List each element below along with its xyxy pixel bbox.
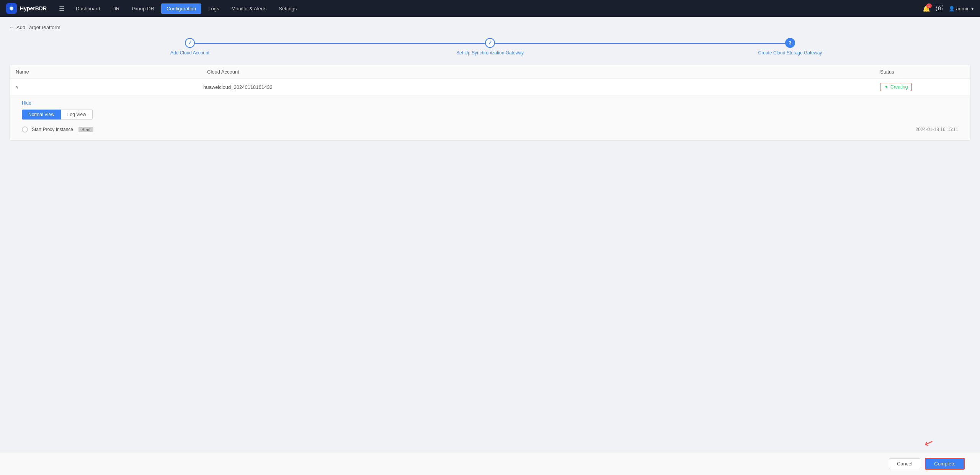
stepper-circle-3: 3 [785, 38, 795, 48]
status-creating-badge: ✦ Creating [880, 83, 912, 91]
stepper-step-3: 3 Create Cloud Storage Gateway [640, 38, 940, 56]
back-link[interactable]: ← Add Target Platform [9, 25, 971, 30]
app-name: HyperBDR [20, 5, 47, 11]
page-wrapper: ← Add Target Platform ✓ Add Cloud Accoun… [0, 17, 980, 475]
nav-group-dr[interactable]: Group DR [126, 3, 160, 14]
stepper-line-2 [495, 43, 785, 44]
stepper-line-1 [195, 43, 485, 44]
stepper-step-1: ✓ Add Cloud Account [40, 38, 340, 56]
nav-right: 🔔 1 🇦 👤 admin ▾ [923, 5, 974, 12]
app-logo: HyperBDR [6, 3, 47, 14]
logo-icon [6, 3, 17, 14]
stepper-label-1: Add Cloud Account [170, 50, 209, 56]
col-header-cloud: Cloud Account [207, 69, 880, 75]
progress-item-timestamp: 2024-01-18 16:15:11 [916, 127, 958, 132]
view-toggle: Normal View Log View [22, 110, 958, 120]
admin-menu[interactable]: 👤 admin ▾ [949, 6, 974, 11]
nav-monitor-alerts[interactable]: Monitor & Alerts [226, 3, 272, 14]
hamburger-menu[interactable]: ☰ [56, 3, 67, 14]
row-status-cell: ✦ Creating [880, 83, 964, 91]
row-name-cell: ∨ [16, 85, 203, 90]
complete-button[interactable]: Complete [925, 458, 965, 470]
normal-view-button[interactable]: Normal View [22, 110, 61, 120]
nav-icon-a[interactable]: 🇦 [936, 5, 942, 12]
table-header: Name Cloud Account Status [10, 65, 970, 79]
nav-items: Dashboard DR Group DR Configuration Logs… [70, 3, 920, 14]
stepper-label-2: Set Up Synchronization Gateway [456, 50, 524, 56]
back-arrow-icon: ← [9, 25, 14, 30]
row-cloud-cell: huaweicloud_20240118161432 [203, 84, 880, 90]
notification-bell[interactable]: 🔔 1 [923, 5, 930, 12]
stepper-step-2: ✓ Set Up Synchronization Gateway [340, 38, 640, 56]
expanded-details: Hide Normal View Log View Start Proxy In… [10, 95, 970, 141]
stepper: ✓ Add Cloud Account ✓ Set Up Synchroniza… [9, 38, 971, 56]
nav-configuration[interactable]: Configuration [161, 3, 201, 14]
bottom-bar: Cancel Complete [0, 452, 980, 475]
nav-logs[interactable]: Logs [203, 3, 224, 14]
cancel-button[interactable]: Cancel [889, 458, 920, 469]
table-card: Name Cloud Account Status ∨ huaweicloud_… [9, 65, 971, 141]
admin-chevron: ▾ [971, 6, 974, 11]
admin-icon: 👤 [949, 6, 955, 11]
svg-point-1 [10, 7, 13, 10]
col-header-name: Name [16, 69, 207, 75]
page-title: Add Target Platform [16, 25, 60, 30]
hide-link[interactable]: Hide [22, 100, 31, 106]
stepper-circle-2: ✓ [485, 38, 495, 48]
log-view-button[interactable]: Log View [61, 110, 93, 120]
loading-spinner-icon: ✦ [884, 84, 888, 90]
progress-circle-icon [22, 126, 28, 133]
admin-label: admin [956, 6, 970, 11]
progress-item: Start Proxy Instance Start 2024-01-18 16… [22, 125, 958, 134]
expand-button[interactable]: ∨ [16, 85, 19, 90]
top-navigation: HyperBDR ☰ Dashboard DR Group DR Configu… [0, 0, 980, 17]
col-header-status: Status [880, 69, 964, 75]
nav-settings[interactable]: Settings [273, 3, 302, 14]
table-row: ∨ huaweicloud_20240118161432 ✦ Creating [10, 79, 970, 95]
nav-dr[interactable]: DR [107, 3, 125, 14]
progress-item-badge[interactable]: Start [78, 127, 93, 132]
stepper-label-3: Create Cloud Storage Gateway [758, 50, 822, 56]
progress-item-label: Start Proxy Instance [32, 127, 73, 132]
stepper-circle-1: ✓ [185, 38, 195, 48]
status-label: Creating [890, 84, 908, 90]
nav-dashboard[interactable]: Dashboard [70, 3, 106, 14]
notification-badge: 1 [926, 3, 932, 8]
